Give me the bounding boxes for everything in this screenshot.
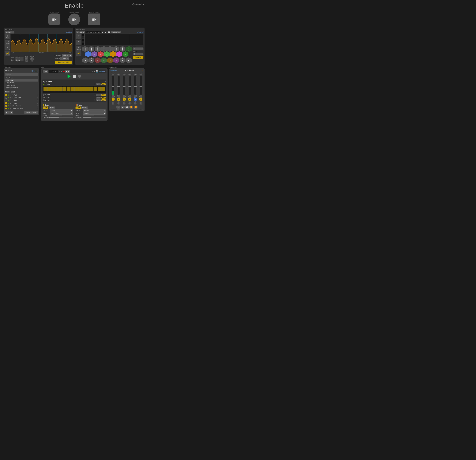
fader-knob-btn[interactable] <box>111 95 115 98</box>
send-to-select[interactable]: 1 MIDI 2 MIDI <box>60 57 69 60</box>
harmony-play-btn[interactable]: ▶ <box>102 31 104 33</box>
fader-track[interactable] <box>129 76 131 95</box>
root-select[interactable]: C D E F G A B <box>133 48 144 50</box>
fader-channel-num-btn[interactable]: 2 <box>117 98 120 100</box>
fader-knob-btn[interactable] <box>128 95 131 98</box>
cv-stop-btn[interactable]: ■ <box>116 106 120 109</box>
list-item[interactable]: Sick Beat <box>5 77 38 79</box>
fe-play-button[interactable]: ▶ <box>5 111 9 114</box>
share-icon-btn[interactable]: ⬆ <box>92 70 93 73</box>
fader-s-label[interactable]: S <box>135 101 136 102</box>
fader-handle[interactable] <box>134 86 137 87</box>
track-play-btn[interactable] <box>8 97 9 99</box>
audio-track-select[interactable]: 3 Audio 1 MIDI 2 MIDI <box>5 31 14 33</box>
list-item[interactable]: Sickerest Beat <box>5 84 38 86</box>
harmony-melody-btn[interactable]: 〜 Melody <box>76 40 81 45</box>
track-midi-btn[interactable]: MIDI <box>102 94 106 96</box>
fe-stop-button[interactable]: ■ <box>9 111 13 114</box>
harmony-stop-btn[interactable]: ■ <box>104 31 107 33</box>
track-loop-btn[interactable]: ↺ <box>94 97 95 98</box>
tempo-input[interactable] <box>49 70 58 73</box>
hex-ii[interactable]: ii <box>92 51 97 57</box>
track-play-btn[interactable] <box>8 102 9 104</box>
harmony-record-btn[interactable]: ⬤ <box>107 31 111 33</box>
fader-bottom-knob[interactable] <box>123 102 126 105</box>
fader-bottom-knob[interactable] <box>117 102 120 105</box>
cv-skip-back-btn[interactable]: ⏪ <box>134 106 137 109</box>
fader-handle[interactable] <box>140 86 142 87</box>
hex-vii[interactable]: vii° <box>122 51 128 57</box>
hex-cell-bot[interactable]: 4 4 2 <box>119 57 126 63</box>
track-play-btn[interactable] <box>8 100 9 101</box>
harmony-notes-btn[interactable]: ⊞ Notes <box>76 34 81 39</box>
track-loop-btn[interactable]: ↺ <box>94 84 95 85</box>
track-play-btn[interactable] <box>8 108 9 109</box>
fader-track[interactable] <box>134 76 136 95</box>
convert-to-select[interactable]: Melody Harmony Notes <box>62 54 72 57</box>
cv-menu-icon[interactable]: ≡ <box>142 69 144 72</box>
hex-I[interactable]: I <box>85 51 91 57</box>
main-record-button[interactable] <box>78 75 81 78</box>
hex-cell-bot[interactable]: 4 4 2 <box>88 57 94 63</box>
fader-track[interactable] <box>112 76 114 95</box>
harmony-track-select[interactable]: 2 MIDI 1 MIDI <box>76 31 85 33</box>
fader-channel-num-btn[interactable]: D <box>139 98 142 100</box>
track-audio-btn[interactable]: Audio <box>96 84 101 85</box>
track-audio-btn[interactable]: Audio <box>96 94 101 96</box>
fader-channel-num-btn[interactable]: 1 <box>111 98 115 100</box>
record-dot[interactable] <box>63 71 65 72</box>
hex-V[interactable]: V <box>110 51 116 57</box>
project-menu-icon[interactable]: ≡ <box>104 80 106 83</box>
drums-sound-select[interactable]: Rock Kit <box>83 112 106 115</box>
fader-channel-num-btn[interactable]: B <box>134 98 137 100</box>
fader-handle[interactable] <box>128 86 131 87</box>
bass-link-to-select[interactable]: 1 MIDI 2 MIDI <box>50 109 73 112</box>
fade-in-knob[interactable] <box>25 57 28 61</box>
fader-knob-btn[interactable] <box>117 95 120 98</box>
cv-play-btn[interactable]: ▶ <box>121 106 125 109</box>
fader-track[interactable] <box>123 76 125 95</box>
fader-knob-btn[interactable] <box>139 95 142 98</box>
harmony-simplest-btn[interactable]: Simplest <box>76 51 81 56</box>
customise-button[interactable]: Customise <box>133 56 144 59</box>
fader-bottom-knob[interactable] <box>128 102 131 105</box>
fe-search-input[interactable] <box>5 73 38 76</box>
hex-cell-bot[interactable]: 4 4 2 <box>107 57 113 63</box>
hex-cell-bot[interactable]: 4 4 2 <box>126 57 132 63</box>
main-play-button[interactable] <box>68 74 71 78</box>
fader-s-label[interactable]: S <box>124 101 125 102</box>
fader-knob-btn[interactable] <box>123 95 126 98</box>
bass-sound-select[interactable]: Electric Bass <box>50 112 73 115</box>
main-stop-button[interactable] <box>73 75 76 78</box>
fader-bottom-knob[interactable] <box>140 102 142 105</box>
simplest-tool-btn[interactable]: Simplest <box>5 51 10 56</box>
drums-swing-slider[interactable] <box>83 116 106 116</box>
track-audio-btn[interactable]: Audio <box>96 97 101 99</box>
fader-s-label[interactable]: S <box>118 101 119 102</box>
octave-select[interactable]: 0 1 -1 <box>133 53 144 55</box>
start-value-input[interactable] <box>15 57 24 59</box>
fader-track[interactable] <box>118 76 119 95</box>
list-item[interactable]: Sickest Beat <box>5 82 38 84</box>
track-audio-btn[interactable]: Audio <box>96 99 101 101</box>
track-midi-btn[interactable]: MIDI <box>102 97 106 99</box>
track-play-btn[interactable] <box>8 94 9 96</box>
harmony-harmony-btn[interactable]: ≡ Harmony <box>76 46 81 51</box>
fader-s-label[interactable]: S <box>113 101 113 102</box>
hex-cell-bot[interactable]: 4 4 2 <box>95 57 101 63</box>
track-midi-btn[interactable]: MIDI <box>102 84 106 85</box>
fader-handle[interactable] <box>117 86 120 87</box>
bass-swing-slider[interactable] <box>50 116 73 116</box>
grid-icon-btn[interactable]: ⊞ <box>94 70 95 73</box>
fader-bottom-knob[interactable] <box>112 102 114 105</box>
drums-auto-btn[interactable]: Auto <box>76 107 81 109</box>
fade-out-knob[interactable] <box>30 57 34 61</box>
fader-handle[interactable] <box>112 86 114 87</box>
fader-handle[interactable] <box>123 86 126 87</box>
fader-s-label[interactable]: S <box>141 101 141 102</box>
fader-knob-btn[interactable] <box>134 95 137 98</box>
fader-s-label[interactable]: S <box>129 101 130 102</box>
fader-channel-num-btn[interactable]: 4 <box>128 98 131 100</box>
fader-track[interactable] <box>140 76 142 95</box>
save-icon-btn[interactable]: 💾 <box>96 70 98 73</box>
